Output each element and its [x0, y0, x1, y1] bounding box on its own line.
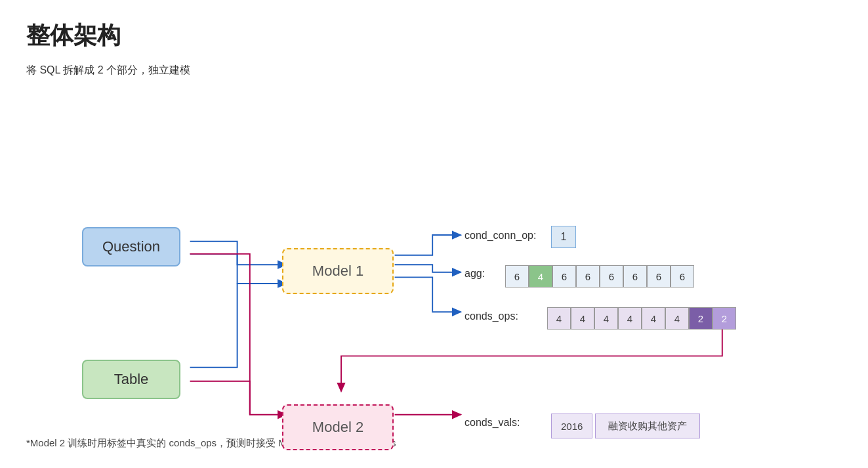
agg-cell-2: 6	[552, 265, 576, 287]
model1-box: Model 1	[282, 248, 394, 294]
agg-cell-4: 6	[600, 265, 623, 287]
conds-vals-cell-0: 2016	[551, 414, 592, 438]
diagram-area: Question Table Model 1 Model 2 cond_conn…	[26, 110, 814, 425]
question-box: Question	[82, 227, 180, 266]
question-label: Question	[102, 238, 160, 255]
table-label: Table	[114, 371, 149, 388]
conds-ops-cell-5: 4	[665, 307, 689, 330]
agg-cells: 6 4 6 6 6 6 6 6	[505, 265, 694, 287]
agg-cell-5: 6	[623, 265, 647, 287]
conds-ops-cells: 4 4 4 4 4 4 2 2	[547, 307, 736, 330]
conds-vals-cells: 2016 融资收购其他资产	[551, 414, 700, 438]
conds-ops-cell-6: 2	[689, 307, 713, 330]
page: 整体架构 将 SQL 拆解成 2 个部分，独立建模	[0, 0, 868, 468]
conds-ops-label: conds_ops:	[465, 310, 518, 322]
cond-conn-op-value: 1	[551, 226, 576, 248]
conds-ops-cell-1: 4	[571, 307, 594, 330]
subtitle: 将 SQL 拆解成 2 个部分，独立建模	[26, 64, 842, 77]
agg-cell-1: 4	[529, 265, 552, 287]
model2-label: Model 2	[312, 419, 363, 436]
conds-vals-cell-1: 融资收购其他资产	[595, 414, 700, 438]
agg-cell-6: 6	[647, 265, 671, 287]
model2-box: Model 2	[282, 404, 394, 450]
conds-ops-cell-4: 4	[642, 307, 665, 330]
conds-ops-cell-2: 4	[594, 307, 618, 330]
model1-label: Model 1	[312, 263, 363, 280]
table-box: Table	[82, 360, 180, 399]
page-title: 整体架构	[26, 20, 842, 52]
conds-ops-cell-3: 4	[618, 307, 642, 330]
footer-note: *Model 2 训练时用标签中真实的 conds_ops，预测时接受 Mode…	[26, 437, 842, 450]
agg-cell-0: 6	[505, 265, 529, 287]
conds-ops-cell-0: 4	[547, 307, 571, 330]
conds-vals-label: conds_vals:	[465, 417, 520, 429]
cond-conn-op-label: cond_conn_op:	[465, 230, 536, 242]
conds-ops-cell-7: 2	[713, 307, 736, 330]
agg-cell-7: 6	[671, 265, 694, 287]
agg-label: agg:	[465, 268, 485, 280]
agg-cell-3: 6	[576, 265, 600, 287]
